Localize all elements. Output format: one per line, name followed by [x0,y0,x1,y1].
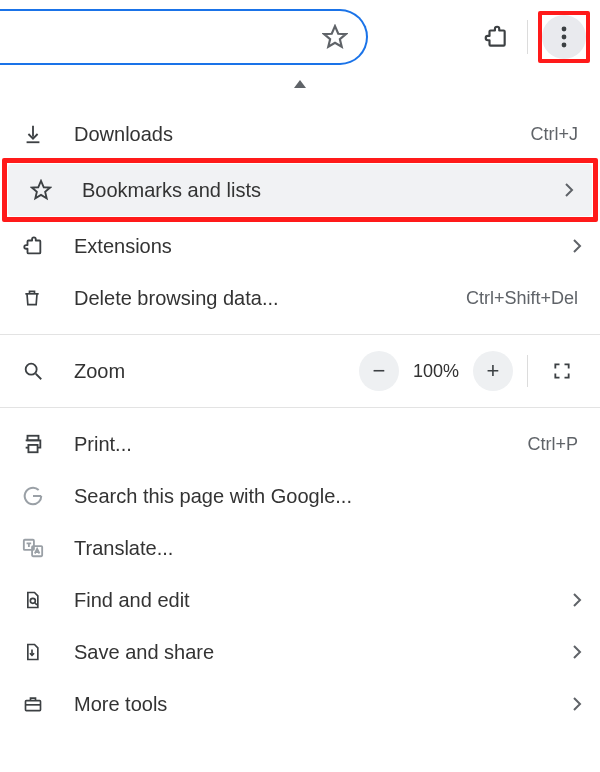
toolbar-separator [527,20,528,54]
menu-item-more-tools[interactable]: More tools [0,678,600,730]
menu-item-bookmarks[interactable]: Bookmarks and lists [8,164,592,216]
chevron-right-icon [562,592,582,608]
svg-rect-14 [26,701,41,711]
svg-point-6 [26,364,37,375]
caret-up-icon [293,79,307,89]
more-button-highlight [538,11,590,63]
menu-collapse-caret[interactable] [0,74,600,94]
svg-point-12 [30,598,35,603]
menu-item-label: Delete browsing data... [74,287,466,310]
download-icon [22,123,74,145]
menu-item-label: Save and share [74,641,562,664]
menu-item-translate[interactable]: Translate... [0,522,600,574]
menu-separator [0,407,600,408]
svg-marker-5 [32,181,50,198]
svg-rect-9 [28,445,37,452]
file-download-icon [22,641,74,663]
menu-item-label: Search this page with Google... [74,485,582,508]
puzzle-icon [22,235,74,257]
zoom-level: 100% [407,361,465,382]
menu-item-label: Zoom [74,360,359,383]
svg-marker-4 [294,80,306,88]
star-icon [30,179,82,201]
google-icon [22,485,74,507]
chevron-right-icon [554,182,574,198]
svg-marker-0 [324,26,346,47]
omnibox[interactable] [0,9,368,65]
menu-item-shortcut: Ctrl+J [530,124,578,145]
menu-item-label: Extensions [74,235,562,258]
svg-point-1 [562,27,567,32]
extensions-button[interactable] [475,16,517,58]
menu-item-label: More tools [74,693,562,716]
menu-item-find-edit[interactable]: Find and edit [0,574,600,626]
menu-item-bookmarks-highlight: Bookmarks and lists [8,164,592,216]
menu-item-search-page[interactable]: Search this page with Google... [0,470,600,522]
menu-item-save-share[interactable]: Save and share [0,626,600,678]
menu-item-label: Find and edit [74,589,562,612]
menu-item-label: Print... [74,433,527,456]
menu-item-label: Translate... [74,537,582,560]
chevron-right-icon [562,238,582,254]
menu-item-label: Downloads [74,123,530,146]
kebab-icon [561,25,567,49]
menu-item-extensions[interactable]: Extensions [0,220,600,272]
trash-icon [22,287,74,309]
menu-item-label: Bookmarks and lists [82,179,554,202]
chevron-right-icon [562,644,582,660]
bookmark-star-icon[interactable] [322,24,348,50]
toolbox-icon [22,694,74,714]
more-button[interactable] [542,15,586,59]
menu-item-delete-browsing-data[interactable]: Delete browsing data... Ctrl+Shift+Del [0,272,600,324]
menu-item-shortcut: Ctrl+P [527,434,578,455]
zoom-separator [527,355,528,387]
browser-toolbar [0,0,600,74]
translate-icon [22,537,74,559]
fullscreen-icon [552,361,572,381]
menu-item-zoom: Zoom − 100% + [0,345,600,397]
svg-line-13 [35,603,37,605]
menu-separator [0,334,600,335]
magnifier-icon [22,360,74,382]
zoom-out-button[interactable]: − [359,351,399,391]
menu-item-print[interactable]: Print... Ctrl+P [0,418,600,470]
menu-item-downloads[interactable]: Downloads Ctrl+J [0,108,600,160]
menu-item-shortcut: Ctrl+Shift+Del [466,288,578,309]
chrome-menu: Downloads Ctrl+J Bookmarks and lists Ext… [0,94,600,730]
zoom-in-button[interactable]: + [473,351,513,391]
printer-icon [22,433,74,455]
svg-point-2 [562,35,567,40]
fullscreen-button[interactable] [542,351,582,391]
svg-point-3 [562,43,567,48]
svg-line-7 [36,374,42,380]
chevron-right-icon [562,696,582,712]
document-search-icon [22,589,74,611]
